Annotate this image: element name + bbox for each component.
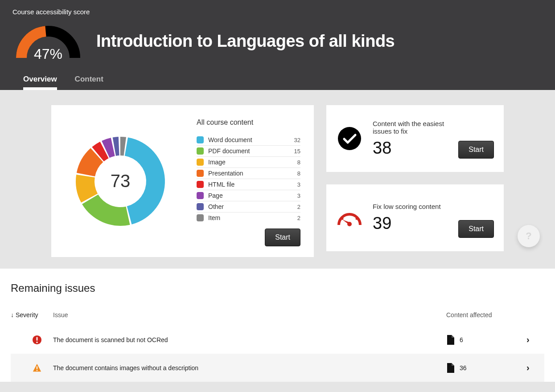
legend-count: 2 xyxy=(297,215,300,221)
header: Course accessibility score 47% Introduct… xyxy=(0,0,555,90)
issue-column-header: Issue xyxy=(53,311,446,318)
issues-table-body: The document is scanned but not OCRed6›T… xyxy=(11,326,544,382)
donut-slice xyxy=(82,194,130,225)
legend-swatch xyxy=(197,159,204,166)
svg-point-4 xyxy=(347,222,352,226)
checkmark-icon xyxy=(336,125,363,152)
tabs: Overview Content xyxy=(12,72,543,90)
legend-title: All course content xyxy=(197,118,300,127)
tab-content[interactable]: Content xyxy=(75,72,103,90)
all-content-start-button[interactable]: Start xyxy=(265,229,300,246)
legend-list: Word document32PDF document15Image8Prese… xyxy=(197,135,300,223)
chevron-right-icon: › xyxy=(526,363,530,372)
remaining-issues-section: Remaining issues ↓ Severity Issue Conten… xyxy=(0,269,555,382)
course-title: Introduction to Languages of all kinds xyxy=(96,32,395,51)
severity-column-header[interactable]: ↓ Severity xyxy=(11,311,53,318)
score-gauge: 47% xyxy=(12,20,84,62)
sort-arrow-icon: ↓ xyxy=(11,311,14,318)
issue-text: The document is scanned but not OCRed xyxy=(53,336,446,343)
legend-swatch xyxy=(197,181,204,188)
legend-row[interactable]: Word document32 xyxy=(197,135,300,146)
legend-swatch xyxy=(197,170,204,177)
donut-chart: 73 xyxy=(51,105,189,257)
content-breakdown-panel: 73 All course content Word document32PDF… xyxy=(51,105,314,257)
issue-row[interactable]: The document contains images without a d… xyxy=(11,354,544,382)
legend-swatch xyxy=(197,214,204,221)
legend-label: Word document xyxy=(208,136,294,143)
legend-row[interactable]: Image8 xyxy=(197,157,300,168)
gauge-icon xyxy=(336,204,363,231)
header-main: 47% Introduction to Languages of all kin… xyxy=(12,20,543,72)
legend-label: Image xyxy=(208,159,297,166)
legend-label: HTML file xyxy=(208,181,297,188)
issues-heading: Remaining issues xyxy=(11,282,544,294)
legend-row[interactable]: Page3 xyxy=(197,190,300,201)
question-icon: ? xyxy=(526,230,531,242)
legend-area: All course content Word document32PDF do… xyxy=(189,105,314,257)
legend-swatch xyxy=(197,136,204,143)
legend-count: 8 xyxy=(297,170,300,177)
legend-count: 2 xyxy=(297,204,300,210)
legend-label: Other xyxy=(208,203,297,210)
overview-panels: 73 All course content Word document32PDF… xyxy=(0,90,555,269)
legend-count: 3 xyxy=(297,192,300,199)
legend-count: 15 xyxy=(294,148,300,155)
legend-count: 3 xyxy=(297,181,300,188)
svg-point-0 xyxy=(338,127,361,150)
low-score-title: Fix low scoring content xyxy=(373,203,448,210)
legend-label: PDF document xyxy=(208,147,294,155)
svg-point-9 xyxy=(36,370,37,371)
affected-count: 36 xyxy=(446,363,526,373)
action-cards: Content with the easiest issues to fix 3… xyxy=(326,105,504,257)
issue-text: The document contains images without a d… xyxy=(53,364,446,372)
svg-rect-6 xyxy=(36,337,37,340)
svg-point-7 xyxy=(36,341,37,343)
svg-rect-8 xyxy=(36,366,37,369)
help-button[interactable]: ? xyxy=(518,225,540,247)
legend-row[interactable]: HTML file3 xyxy=(197,179,300,190)
svg-point-3 xyxy=(356,218,358,220)
legend-row[interactable]: PDF document15 xyxy=(197,146,300,157)
legend-row[interactable]: Item2 xyxy=(197,212,300,223)
easiest-count: 38 xyxy=(373,139,448,158)
issues-table-header: ↓ Severity Issue Content affected xyxy=(11,308,544,326)
header-label: Course accessibility score xyxy=(12,8,543,16)
error-icon xyxy=(32,335,42,345)
low-score-start-button[interactable]: Start xyxy=(458,220,494,238)
affected-count: 6 xyxy=(446,335,526,345)
legend-count: 8 xyxy=(297,159,300,166)
legend-swatch xyxy=(197,192,204,199)
legend-row[interactable]: Presentation8 xyxy=(197,168,300,179)
legend-count: 32 xyxy=(294,137,300,143)
svg-point-1 xyxy=(341,218,344,220)
legend-label: Presentation xyxy=(208,170,297,177)
legend-row[interactable]: Other2 xyxy=(197,201,300,212)
low-score-count: 39 xyxy=(373,214,448,233)
svg-point-2 xyxy=(349,213,351,216)
legend-label: Item xyxy=(208,214,297,221)
chevron-right-icon: › xyxy=(526,335,530,344)
tab-overview[interactable]: Overview xyxy=(23,72,57,90)
legend-swatch xyxy=(197,147,204,155)
affected-column-header: Content affected xyxy=(446,311,526,318)
legend-swatch xyxy=(197,203,204,210)
easiest-start-button[interactable]: Start xyxy=(458,141,494,159)
document-icon xyxy=(446,363,454,373)
donut-slice xyxy=(125,137,165,224)
document-icon xyxy=(446,335,454,345)
warning-icon xyxy=(32,363,42,373)
easiest-fix-card: Content with the easiest issues to fix 3… xyxy=(326,105,504,172)
low-score-card: Fix low scoring content 39 Start xyxy=(326,184,504,251)
issue-row[interactable]: The document is scanned but not OCRed6› xyxy=(11,326,544,354)
score-percent: 47% xyxy=(34,46,62,62)
donut-total: 73 xyxy=(111,171,131,191)
easiest-title: Content with the easiest issues to fix xyxy=(373,120,448,135)
legend-label: Page xyxy=(208,192,297,199)
